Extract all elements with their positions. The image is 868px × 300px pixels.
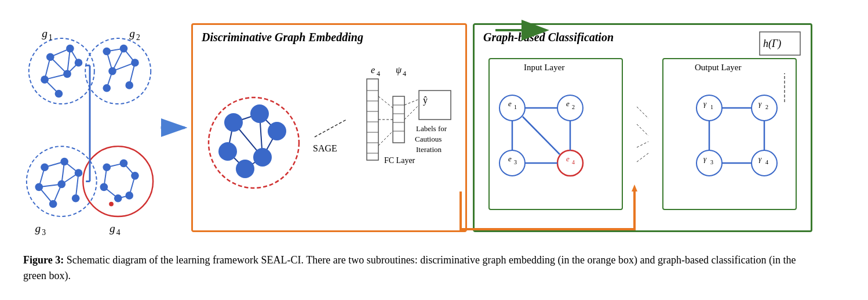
- svg-text:4: 4: [765, 159, 768, 165]
- svg-text:FC Layer: FC Layer: [384, 156, 415, 165]
- h-gamma-box: h(Γ): [758, 31, 805, 62]
- svg-point-85: [218, 142, 237, 161]
- svg-text:Iteration: Iteration: [416, 145, 442, 154]
- svg-point-62: [103, 163, 111, 171]
- orange-box: Discriminative Graph Embedding: [191, 23, 467, 232]
- svg-text:e: e: [508, 154, 512, 163]
- svg-text:γ: γ: [703, 154, 707, 163]
- svg-point-128: [499, 150, 525, 176]
- graph-collection: g 1 g 2: [23, 17, 156, 238]
- svg-text:1: 1: [710, 104, 713, 110]
- svg-text:Input Layer: Input Layer: [524, 63, 564, 72]
- svg-point-51: [49, 200, 57, 208]
- svg-point-67: [114, 194, 122, 203]
- svg-line-140: [637, 124, 648, 136]
- svg-rect-143: [663, 59, 796, 209]
- svg-text:g: g: [35, 222, 41, 234]
- svg-point-63: [120, 160, 128, 168]
- svg-text:ŷ: ŷ: [423, 95, 428, 106]
- orange-box-title: Discriminative Graph Embedding: [202, 31, 363, 44]
- svg-point-49: [57, 180, 65, 189]
- output-layer-section: Output Layer γ 1 γ 2 γ 3: [657, 56, 802, 218]
- svg-line-107: [378, 96, 393, 108]
- svg-text:4: 4: [377, 70, 380, 78]
- svg-point-131: [557, 150, 583, 176]
- svg-point-145: [696, 95, 722, 121]
- svg-line-139: [637, 107, 648, 118]
- svg-text:ψ: ψ: [396, 65, 402, 75]
- blue-arrow: [156, 116, 191, 139]
- svg-text:1: 1: [514, 104, 517, 110]
- svg-text:2: 2: [572, 104, 575, 110]
- svg-point-46: [41, 163, 49, 171]
- svg-text:1: 1: [49, 33, 53, 42]
- svg-text:SAGE: SAGE: [313, 143, 337, 153]
- svg-point-66: [125, 191, 133, 200]
- svg-point-68: [109, 202, 114, 207]
- svg-text:g: g: [42, 27, 48, 39]
- svg-text:e: e: [566, 99, 570, 108]
- svg-point-29: [131, 59, 139, 67]
- svg-text:4: 4: [403, 70, 406, 78]
- svg-text:e: e: [371, 65, 375, 75]
- svg-point-148: [752, 95, 777, 121]
- svg-point-64: [131, 172, 139, 180]
- svg-text:Labels for: Labels for: [416, 124, 447, 133]
- svg-text:Output Layer: Output Layer: [695, 63, 741, 72]
- svg-text:γ: γ: [758, 99, 762, 108]
- caption-text: Schematic diagram of the learning framew…: [23, 254, 796, 281]
- svg-text:e: e: [508, 99, 512, 108]
- svg-point-87: [236, 160, 254, 178]
- svg-point-47: [60, 158, 68, 166]
- svg-text:γ: γ: [703, 99, 707, 108]
- svg-text:g: g: [110, 222, 115, 234]
- green-box-title: Graph-based Classification: [483, 31, 802, 44]
- diagram-area: g 1 g 2: [12, 12, 856, 244]
- svg-line-141: [637, 142, 648, 147]
- svg-point-86: [253, 148, 272, 167]
- svg-point-122: [499, 95, 525, 121]
- svg-point-12: [66, 45, 74, 53]
- svg-text:2: 2: [765, 104, 768, 110]
- svg-text:3: 3: [42, 228, 46, 237]
- svg-rect-120: [489, 59, 622, 209]
- svg-text:3: 3: [710, 159, 713, 165]
- svg-point-11: [46, 53, 54, 61]
- svg-point-84: [268, 122, 286, 140]
- green-box: Graph-based Classification h(Γ) Input La…: [473, 23, 812, 232]
- svg-line-88: [315, 120, 347, 137]
- embedding-section: e 4 ψ 4: [364, 62, 457, 212]
- svg-point-31: [103, 84, 111, 92]
- svg-point-52: [72, 194, 80, 203]
- svg-line-142: [637, 153, 648, 162]
- caption: Figure 3: Schematic diagram of the learn…: [12, 244, 823, 287]
- svg-text:4: 4: [116, 228, 121, 237]
- svg-line-112: [404, 99, 419, 105]
- svg-point-16: [55, 90, 63, 98]
- svg-point-154: [752, 150, 777, 176]
- connection-arrows: [634, 55, 651, 219]
- svg-point-53: [83, 146, 153, 216]
- svg-rect-92: [367, 79, 378, 160]
- svg-point-82: [224, 113, 243, 132]
- sage-section: SAGE: [312, 67, 358, 207]
- svg-point-32: [125, 81, 133, 89]
- svg-point-65: [100, 183, 108, 191]
- main-container: g 1 g 2: [12, 12, 856, 287]
- svg-text:γ: γ: [758, 154, 762, 163]
- input-layer-section: Input Layer e 1 e 2 e 3: [483, 56, 628, 218]
- svg-line-113: [404, 105, 419, 120]
- svg-point-50: [35, 183, 43, 191]
- figure-label: Figure 3:: [23, 254, 64, 266]
- svg-point-125: [557, 95, 583, 121]
- svg-text:4: 4: [572, 159, 575, 165]
- svg-point-13: [75, 59, 83, 67]
- svg-point-27: [103, 48, 111, 56]
- svg-text:2: 2: [136, 33, 140, 42]
- svg-text:h(Γ): h(Γ): [763, 38, 781, 50]
- svg-line-109: [378, 131, 393, 146]
- svg-point-28: [120, 45, 128, 53]
- svg-point-151: [696, 150, 722, 176]
- svg-line-138: [523, 117, 560, 154]
- svg-text:3: 3: [514, 159, 517, 165]
